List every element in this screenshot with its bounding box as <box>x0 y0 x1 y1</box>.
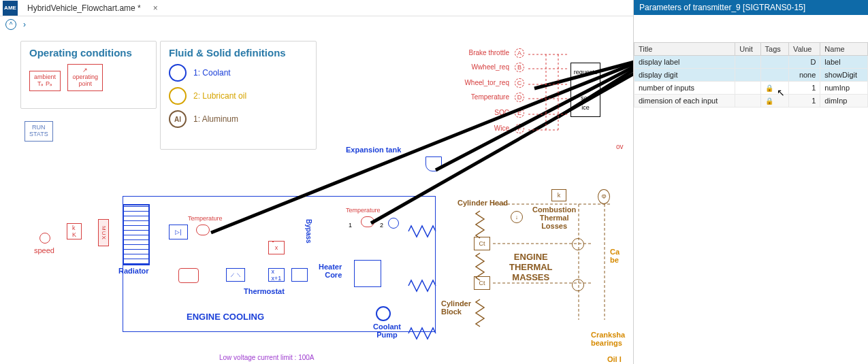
temp2-label: Temperature <box>346 207 381 214</box>
gain-block[interactable]: kK <box>67 223 82 239</box>
expansion-tank-label: Expansion tank <box>346 146 401 154</box>
radiator-label: Radiator <box>118 267 149 275</box>
ca-be-label: Cabe <box>610 248 620 264</box>
controller-block[interactable]: requests soc ice <box>570 63 600 117</box>
ambient-box[interactable]: ambientTₐ Pₐ <box>29 71 61 91</box>
signal-port-f[interactable]: F <box>515 124 524 133</box>
coolant-pump-label: CoolantPump <box>373 322 401 339</box>
etm-label: ENGINETHERMALMASSES <box>509 252 553 282</box>
heater-core-block[interactable] <box>354 260 381 287</box>
flow-node4[interactable]: Φ <box>598 189 610 204</box>
signal-e-label: SOC <box>460 109 509 116</box>
cranksha-label: Crankshabearings <box>591 331 625 347</box>
speed-port-icon[interactable] <box>39 233 50 244</box>
operating-conditions-card: Operating conditions ambientTₐ Pₐ ↗opera… <box>20 41 157 109</box>
col-title[interactable]: Title <box>634 43 735 56</box>
signal-b-label: Wwheel_req <box>460 63 509 71</box>
param-row[interactable]: display labelDlabel <box>634 56 868 69</box>
block-r1[interactable]: x <box>268 241 285 254</box>
legend-label: 2: Lubricant oil <box>193 91 246 101</box>
thermostat-block[interactable]: ⟋⟍ <box>226 268 245 282</box>
cyl-head-label: Cylinder Head <box>457 199 508 207</box>
tank-r1[interactable] <box>178 268 199 283</box>
col-name[interactable]: Name <box>820 43 868 56</box>
flow-node2[interactable] <box>572 238 584 250</box>
coolant-pump-icon[interactable] <box>376 306 391 321</box>
signal-d-label: Temperature <box>460 93 509 101</box>
thermostat-label: Thermostat <box>244 287 285 295</box>
expansion-tank-icon[interactable] <box>425 156 442 171</box>
block-b2[interactable] <box>291 268 308 282</box>
ct-block2[interactable]: Ct <box>474 276 490 290</box>
temp-sensor1[interactable] <box>196 225 210 235</box>
signal-a-label: Brake throttle <box>460 49 509 56</box>
app-logo: AME <box>3 1 18 16</box>
ct-block1[interactable]: Ct <box>474 237 490 250</box>
requests-label: requests <box>574 69 598 76</box>
low-voltage-label: Low voltage current limit : 100A <box>219 354 315 361</box>
k-brown-block[interactable]: k <box>551 189 566 201</box>
flow-node1[interactable]: ↓ <box>511 211 523 223</box>
signal-c-label: Wheel_tor_req <box>460 79 509 86</box>
parameters-grid[interactable]: Title Unit Tags Value Name display label… <box>634 42 868 107</box>
param-row[interactable]: dimension of each input🔒1dimInp <box>634 95 868 107</box>
fluid-definitions-card: Fluid & Solid definitions 1: Coolant2: L… <box>160 41 317 150</box>
col-value[interactable]: Value <box>789 43 820 56</box>
block-b1[interactable]: xx+1 <box>268 268 285 282</box>
engine-cooling-label: ENGINE COOLING <box>187 312 264 322</box>
card-title: Operating conditions <box>29 47 148 59</box>
operating-point-box[interactable]: ↗operatingpoint <box>67 64 103 91</box>
up-nav-icon[interactable]: ^ <box>5 19 16 30</box>
signal-port-e[interactable]: E <box>515 108 524 118</box>
temp-sensor2[interactable] <box>361 216 374 227</box>
radiator-block[interactable] <box>123 204 150 265</box>
port-1-label: 1 <box>349 222 352 229</box>
col-tags[interactable]: Tags <box>760 43 789 56</box>
cyl-block-label: CylinderBlock <box>441 299 471 316</box>
signal-port-c[interactable]: C <box>515 78 524 88</box>
legend-label: 1: Coolant <box>193 68 231 78</box>
legend-label: 1: Aluminum <box>193 114 238 124</box>
signal-port-a[interactable]: A <box>515 48 524 58</box>
temp1-label: Temperature <box>188 215 223 222</box>
junction-icon[interactable] <box>388 218 399 229</box>
signal-port-d[interactable]: D <box>515 93 524 102</box>
signal-port-b[interactable]: B <box>515 63 524 72</box>
legend-icon: Al <box>169 110 187 128</box>
legend-icon <box>169 87 187 105</box>
speed-label: speed <box>34 246 54 254</box>
ov-label: ov <box>616 143 624 150</box>
breadcrumb-arrow: › <box>23 20 26 29</box>
param-row[interactable]: number of inputs🔒1numInp <box>634 82 868 95</box>
signal-f-label: Wice <box>460 125 509 132</box>
heater-core-label: HeaterCore <box>319 263 342 279</box>
card-title: Fluid & Solid definitions <box>169 47 308 59</box>
flow-node3[interactable] <box>572 279 584 291</box>
bypass-label: Bypass <box>305 219 312 244</box>
col-unit[interactable]: Unit <box>735 43 760 56</box>
comb-loss-label: CombustionThermalLosses <box>532 205 576 230</box>
param-row[interactable]: display digitnoneshowDigit <box>634 69 868 82</box>
file-tab[interactable]: HybridVehicle_Flowchart.ame * <box>20 2 148 14</box>
oil-label: Oil I <box>607 355 622 363</box>
legend-icon <box>169 64 187 82</box>
close-tab-icon[interactable]: × <box>148 3 163 13</box>
mux-block[interactable]: MUX <box>98 219 109 246</box>
panel-title: Parameters of transmitter_9 [SIGTRANS0-1… <box>634 0 868 15</box>
run-stats-button[interactable]: RUNSTATS <box>25 121 53 142</box>
soc-label: soc <box>581 95 590 101</box>
port-2-label: 2 <box>380 222 383 229</box>
ice-label: ice <box>581 104 590 111</box>
valve1-block[interactable]: ▷| <box>169 225 188 239</box>
parameters-panel: Parameters of transmitter_9 [SIGTRANS0-1… <box>633 0 868 364</box>
